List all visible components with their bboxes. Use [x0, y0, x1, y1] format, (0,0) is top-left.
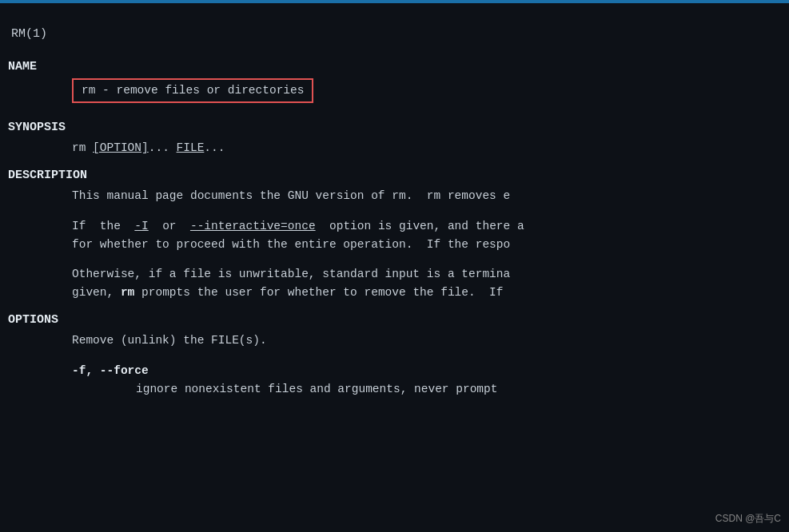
- synopsis-dots1: ...: [149, 141, 177, 154]
- options-flag-container: -f, --force ignore nonexistent files and…: [8, 362, 789, 399]
- synopsis-dots2: ...: [204, 141, 225, 154]
- synopsis-option: [OPTION]: [93, 141, 149, 154]
- synopsis-file: FILE: [177, 141, 205, 154]
- options-flag: -f, --force: [72, 362, 789, 380]
- page-title: RM(1): [8, 27, 789, 41]
- description-para3: Otherwise, if a file is unwritable, stan…: [8, 265, 789, 302]
- synopsis-rm: rm: [72, 141, 93, 154]
- man-page-content: RM(1) NAME rm - remove files or director…: [8, 19, 789, 407]
- section-options-label: OPTIONS: [8, 313, 789, 327]
- options-content: Remove (unlink) the FILE(s).: [8, 332, 789, 350]
- description-para2-line2: for whether to proceed with the entire o…: [72, 236, 789, 254]
- rm-bold-1: rm: [121, 286, 134, 299]
- options-line1: Remove (unlink) the FILE(s).: [72, 332, 789, 350]
- name-highlighted-box: rm - remove files or directories: [72, 78, 313, 103]
- top-bar: [0, 0, 789, 3]
- terminal-window: RM(1) NAME rm - remove files or director…: [0, 0, 789, 532]
- section-name-label: NAME: [8, 60, 789, 73]
- description-para2: If the -I or --interactive=once option i…: [8, 217, 789, 254]
- description-para3-line2: given, rm prompts the user for whether t…: [72, 284, 789, 302]
- flag-I: -I: [134, 220, 148, 232]
- description-para3-line1: Otherwise, if a file is unwritable, stan…: [72, 265, 789, 284]
- name-description: rm - remove files or directories: [82, 84, 304, 97]
- synopsis-content: rm [OPTION]... FILE...: [8, 139, 789, 157]
- description-para2-line1: If the -I or --interactive=once option i…: [72, 217, 789, 236]
- flag-interactive-once: --interactive=once: [190, 220, 316, 232]
- description-content: This manual page documents the GNU versi…: [8, 187, 789, 205]
- section-description-label: DESCRIPTION: [8, 169, 789, 182]
- options-flag-desc: ignore nonexistent files and arguments, …: [72, 380, 789, 399]
- watermark: CSDN @吾与C: [715, 512, 781, 526]
- description-para1: This manual page documents the GNU versi…: [72, 187, 789, 205]
- section-synopsis-label: SYNOPSIS: [8, 121, 789, 134]
